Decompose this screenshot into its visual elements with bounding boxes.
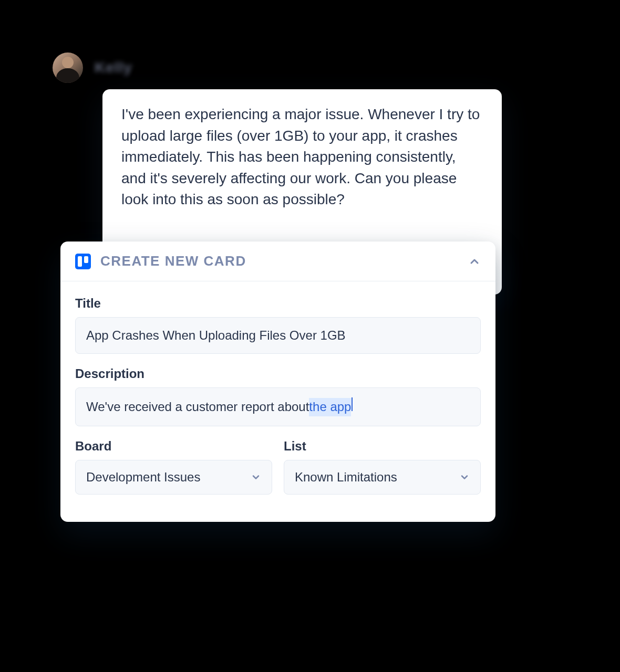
title-input[interactable] xyxy=(75,317,481,354)
panel-body: Title Description We've received a custo… xyxy=(60,281,495,522)
description-field-group: Description We've received a customer re… xyxy=(75,366,481,426)
board-value: Development Issues xyxy=(86,470,200,485)
board-list-row: Board Development Issues List Known Limi… xyxy=(75,439,481,507)
board-select[interactable]: Development Issues xyxy=(75,460,272,495)
message-header: Kelly xyxy=(53,52,132,83)
panel-header[interactable]: CREATE NEW CARD xyxy=(60,242,495,281)
chevron-up-icon[interactable] xyxy=(468,255,481,268)
description-label: Description xyxy=(75,366,481,381)
description-input[interactable]: We've received a customer report about t… xyxy=(75,387,481,426)
avatar xyxy=(53,52,83,83)
board-label: Board xyxy=(75,439,272,454)
title-field-group: Title xyxy=(75,296,481,354)
text-cursor xyxy=(352,397,353,411)
list-label: List xyxy=(284,439,481,454)
chevron-down-icon xyxy=(459,472,470,482)
panel-header-title: CREATE NEW CARD xyxy=(100,253,459,269)
title-label: Title xyxy=(75,296,481,311)
chevron-down-icon xyxy=(251,472,261,482)
description-text-prefix: We've received a customer report about xyxy=(86,398,309,415)
trello-icon xyxy=(75,254,91,269)
list-value: Known Limitations xyxy=(295,470,397,485)
list-select[interactable]: Known Limitations xyxy=(284,460,481,495)
description-text-highlight: the app xyxy=(309,398,351,416)
message-author: Kelly xyxy=(95,52,132,83)
board-field-group: Board Development Issues xyxy=(75,439,272,495)
list-field-group: List Known Limitations xyxy=(284,439,481,495)
message-body: I've been experiencing a major issue. Wh… xyxy=(121,104,483,211)
create-card-panel: CREATE NEW CARD Title Description We've … xyxy=(60,242,495,522)
